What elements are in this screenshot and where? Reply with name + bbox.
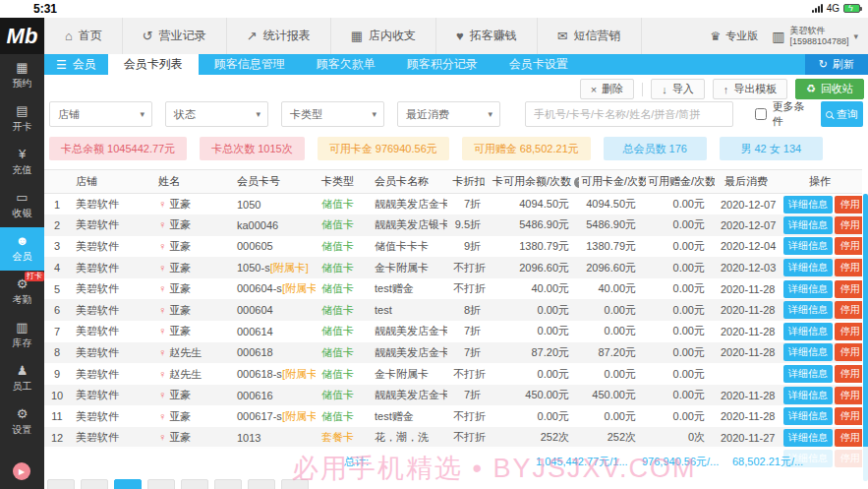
sidebar-item-booking[interactable]: ▦预约	[0, 54, 44, 97]
nav-item-home[interactable]: ⌂首页	[44, 18, 123, 54]
pagination-button[interactable]	[147, 479, 175, 489]
chevron-down-icon: ▾	[140, 109, 145, 119]
card-number: 1050-s	[237, 262, 270, 274]
pagination-button[interactable]	[214, 479, 242, 489]
export-label: 导出模板	[733, 82, 777, 96]
tab-customer-debt[interactable]: 顾客欠款单	[301, 54, 391, 75]
detail-info-button[interactable]: 详细信息	[783, 216, 833, 234]
filter-select-2[interactable]: 卡类型▾	[281, 101, 384, 127]
detail-info-button[interactable]: 详细信息	[783, 280, 833, 298]
cell-card-name: test赠金	[369, 278, 447, 300]
column-header: 会员卡号	[231, 170, 316, 194]
disable-button[interactable]: 停用	[835, 237, 862, 255]
gear-icon: ⚙	[17, 407, 29, 421]
card-type-label: 储值卡	[321, 240, 354, 252]
disable-button[interactable]: 停用	[835, 196, 862, 214]
query-label: 查询	[837, 107, 858, 122]
cell-shop: 美碧软件	[70, 278, 152, 300]
tab-card-settings[interactable]: 会员卡设置	[493, 54, 584, 75]
sidebar-item-recharge[interactable]: ¥充值	[0, 141, 44, 184]
monitor-icon: ▭	[16, 191, 28, 205]
help-icon[interactable]: ?	[574, 177, 579, 188]
sidebar-item-member[interactable]: ☻会员	[0, 227, 44, 271]
pro-version-button[interactable]: ♛ 专业版	[710, 29, 758, 43]
detail-info-button[interactable]: 详细信息	[783, 196, 833, 214]
pagination-button[interactable]	[248, 479, 275, 489]
detail-info-button[interactable]: 详细信息	[783, 259, 833, 276]
filter-select-0[interactable]: 店铺▾	[49, 101, 152, 127]
disable-button[interactable]: 停用	[835, 323, 862, 340]
disable-button[interactable]: 停用	[835, 259, 862, 276]
sidebar-item-staff[interactable]: ♟员工	[0, 357, 44, 400]
cell-name: ♀赵先生	[152, 363, 231, 385]
pro-version-label: 专业版	[725, 29, 758, 43]
table-row: 1美碧软件♀亚豪1050储值卡靓靓美发店金卡7折4094.50元4094.50元…	[44, 194, 862, 215]
cell-card-number: 000616	[231, 385, 316, 406]
sidebar-item-settings[interactable]: ⚙设置	[0, 400, 44, 444]
detail-info-button[interactable]: 详细信息	[783, 237, 833, 255]
pagination-button[interactable]	[81, 479, 108, 489]
table-scrollbar[interactable]	[863, 194, 868, 481]
pagination-button[interactable]	[181, 479, 208, 489]
bank-icon: ▥	[772, 29, 784, 44]
menu-toggle[interactable]: ☰ 会员	[44, 54, 108, 75]
nav-item-marketing[interactable]: ♥拓客赚钱	[436, 18, 538, 54]
more-conditions-label: 更多条件	[772, 99, 809, 129]
recycle-bin-button[interactable]: ♻ 回收站	[795, 79, 864, 99]
row-number: 6	[44, 299, 70, 321]
app-logo[interactable]: Mb	[0, 18, 44, 54]
detail-info-button[interactable]: 详细信息	[783, 407, 833, 425]
filter-select-3[interactable]: 最近消费▾	[397, 101, 500, 127]
card-type-label: 套餐卡	[321, 431, 354, 443]
tab-card-list[interactable]: 会员卡列表	[108, 54, 199, 75]
disable-button[interactable]: 停用	[835, 343, 862, 361]
detail-info-button[interactable]: 详细信息	[783, 387, 833, 404]
nav-item-sms[interactable]: ✉短信营销	[538, 18, 642, 54]
sub-card-tag: [附属卡]	[282, 368, 316, 380]
disable-button[interactable]: 停用	[835, 387, 862, 404]
sidebar-item-inventory[interactable]: ▥库存	[0, 314, 44, 357]
export-template-button[interactable]: ↑ 导出模板	[713, 79, 788, 99]
cell-card-number: 000617-s[附属卡]	[231, 405, 316, 427]
detail-info-button[interactable]: 详细信息	[783, 429, 833, 447]
sidebar-item-open-card[interactable]: ▤开卡	[0, 97, 44, 141]
detail-info-button[interactable]: 详细信息	[783, 343, 833, 361]
more-conditions-toggle[interactable]: 更多条件	[755, 99, 809, 129]
column-header: 卡可用余额/次数?	[491, 170, 579, 194]
pagination-button[interactable]	[281, 479, 309, 489]
delete-button[interactable]: × 删除	[580, 79, 634, 99]
detail-info-button[interactable]: 详细信息	[783, 301, 833, 319]
sidebar-item-cashier[interactable]: ▭收银	[0, 184, 44, 227]
member-icon: ☻	[16, 234, 29, 248]
tab-customer-info[interactable]: 顾客信息管理	[199, 54, 301, 75]
play-button[interactable]: ▶	[13, 462, 30, 480]
nav-item-business-log[interactable]: ↺营业记录	[123, 18, 227, 54]
detail-info-button[interactable]: 详细信息	[783, 323, 833, 340]
tab-customer-points[interactable]: 顾客积分记录	[391, 54, 493, 75]
disable-button[interactable]: 停用	[835, 280, 862, 298]
filter-select-label: 状态	[174, 107, 196, 122]
search-icon	[826, 111, 833, 118]
disable-button[interactable]: 停用	[835, 216, 862, 234]
pagination-button[interactable]	[47, 479, 75, 489]
filter-select-1[interactable]: 状态▾	[165, 101, 268, 127]
cell-bonus: 0.00元	[646, 299, 715, 321]
query-button[interactable]: 查询	[821, 101, 863, 127]
nav-item-stats-report[interactable]: ↗统计报表	[227, 18, 331, 54]
pagination-button[interactable]	[114, 479, 142, 489]
detail-info-button[interactable]: 详细信息	[783, 365, 833, 383]
refresh-button[interactable]: ↻ 刷新	[805, 54, 868, 75]
import-button[interactable]: ↓ 导入	[651, 79, 705, 99]
cell-balance: 0.00元	[491, 405, 579, 427]
disable-button[interactable]: 停用	[835, 407, 862, 425]
account-menu[interactable]: ▥ 美碧软件 [15988104788] ▾	[772, 26, 858, 47]
nav-item-store-finance[interactable]: ▦店内收支	[331, 18, 436, 54]
female-icon: ♀	[158, 431, 166, 443]
disable-button[interactable]: 停用	[835, 365, 862, 383]
sidebar-item-attendance[interactable]: ⚙考勤打卡	[0, 271, 44, 314]
disable-button[interactable]: 停用	[835, 429, 862, 447]
disable-button[interactable]: 停用	[835, 301, 862, 319]
more-conditions-checkbox[interactable]	[755, 108, 767, 120]
search-input[interactable]	[525, 101, 733, 127]
summary-stats: 卡总余额 1045442.77元卡总次数 1015次可用卡金 976940.56…	[49, 137, 823, 160]
